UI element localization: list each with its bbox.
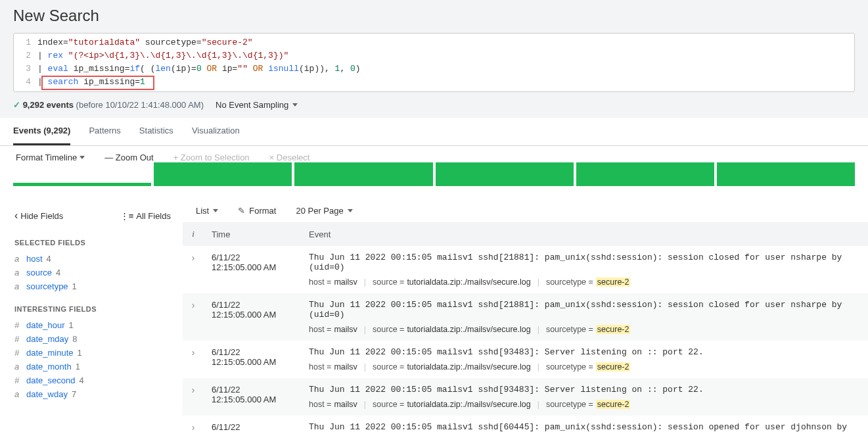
events-table: i Time Event ›6/11/2212:15:05.000 AMThu …	[183, 222, 868, 432]
event-time: 12:15:05.000 AM	[212, 357, 293, 367]
meta-sourcetype[interactable]: sourcetype = secure-2	[546, 325, 631, 334]
event-date: 6/11/22	[212, 300, 293, 310]
field-host[interactable]: ahost4	[14, 252, 171, 266]
field-count-label: 1	[76, 362, 80, 372]
meta-sourcetype[interactable]: sourcetype = secure-2	[546, 400, 631, 409]
tab-events[interactable]: Events (9,292)	[13, 118, 70, 145]
list-icon: ⋮≡	[120, 211, 134, 221]
field-name-label: date_hour	[26, 320, 65, 330]
field-date_wday[interactable]: adate_wday7	[14, 387, 171, 401]
field-name-label: date_second	[26, 375, 75, 385]
field-count-label: 4	[79, 375, 83, 385]
fields-sidebar: Hide Fields ⋮≡ All Fields SELECTED FIELD…	[0, 199, 183, 432]
field-name-label: date_month	[26, 362, 72, 372]
event-sampling-dropdown[interactable]: No Event Sampling	[216, 100, 298, 110]
field-type-icon: a	[14, 281, 22, 291]
field-date_mday[interactable]: #date_mday8	[14, 332, 171, 346]
event-meta: host = mailsv|source = tutorialdata.zip:…	[309, 277, 860, 287]
event-timeline[interactable]	[0, 169, 868, 199]
zoom-out-button[interactable]: — Zoom Out	[104, 153, 153, 162]
event-time: 12:15:05.000 AM	[212, 262, 293, 272]
col-info[interactable]: i	[183, 222, 204, 246]
field-name-label: host	[26, 254, 43, 264]
pencil-icon	[238, 206, 245, 216]
format-timeline-dropdown[interactable]: Format Timeline	[16, 153, 85, 162]
meta-sourcetype[interactable]: sourcetype = secure-2	[546, 362, 631, 372]
list-mode-dropdown[interactable]: List	[196, 206, 218, 216]
code-line[interactable]: | rex "(?<ip>\d{1,3}\.\d{1,3}\.\d{1,3}\.…	[37, 49, 288, 62]
line-number: 3	[16, 62, 37, 76]
timeline-bucket[interactable]	[717, 169, 855, 186]
event-date: 6/11/22	[212, 385, 293, 395]
event-meta: host = mailsv|source = tutorialdata.zip:…	[309, 362, 860, 372]
event-meta: host = mailsv|source = tutorialdata.zip:…	[309, 400, 860, 409]
table-row: ›6/11/2212:15:05.000 AMThu Jun 11 2022 0…	[183, 293, 868, 341]
hide-fields-button[interactable]: Hide Fields	[14, 210, 63, 222]
line-number: 1	[16, 36, 37, 49]
table-row: ›6/11/2212:15:05.000 AMThu Jun 11 2022 0…	[183, 416, 868, 432]
tab-patterns[interactable]: Patterns	[89, 118, 120, 145]
event-date: 6/11/22	[212, 422, 293, 432]
event-raw[interactable]: Thu Jun 11 2022 00:15:05 mailsv1 sshd[21…	[309, 300, 860, 320]
col-time[interactable]: Time	[204, 222, 301, 246]
expand-row-icon[interactable]: ›	[192, 300, 195, 310]
chevron-down-icon	[292, 103, 298, 107]
meta-host[interactable]: host = mailsv	[309, 400, 357, 409]
job-status: ✓ 9,292 events (before 10/10/22 1:41:48.…	[13, 100, 204, 110]
field-sourcetype[interactable]: asourcetype1	[14, 279, 171, 293]
code-line[interactable]: | search ip_missing=1	[37, 76, 145, 89]
tab-visualization[interactable]: Visualization	[192, 118, 240, 145]
field-name-label: date_wday	[26, 389, 68, 399]
event-raw[interactable]: Thu Jun 11 2022 00:15:05 mailsv1 sshd[60…	[309, 422, 860, 432]
selected-fields-heading: SELECTED FIELDS	[14, 239, 171, 247]
field-date_month[interactable]: adate_month1	[14, 360, 171, 373]
expand-row-icon[interactable]: ›	[192, 385, 195, 395]
field-type-icon: #	[14, 320, 22, 330]
col-event: Event	[301, 222, 868, 246]
meta-source[interactable]: source = tutorialdata.zip:./mailsv/secur…	[373, 400, 531, 409]
per-page-dropdown[interactable]: 20 Per Page	[296, 206, 352, 216]
timeline-bucket[interactable]	[294, 169, 432, 186]
timeline-bucket[interactable]	[436, 169, 574, 186]
all-fields-button[interactable]: ⋮≡ All Fields	[120, 211, 171, 221]
meta-sourcetype[interactable]: sourcetype = secure-2	[546, 277, 631, 287]
field-count-label: 8	[72, 334, 77, 344]
meta-source[interactable]: source = tutorialdata.zip:./mailsv/secur…	[373, 325, 531, 334]
tab-statistics[interactable]: Statistics	[139, 118, 173, 145]
field-date_second[interactable]: #date_second4	[14, 373, 171, 387]
field-count-label: 1	[72, 281, 77, 291]
field-source[interactable]: asource4	[14, 266, 171, 279]
meta-source[interactable]: source = tutorialdata.zip:./mailsv/secur…	[373, 362, 531, 372]
search-editor[interactable]: 1index="tutorialdata" sourcetype="secure…	[13, 33, 855, 92]
event-raw[interactable]: Thu Jun 11 2022 00:15:05 mailsv1 sshd[93…	[309, 385, 860, 395]
field-count-label: 4	[47, 254, 51, 264]
code-line[interactable]: index="tutorialdata" sourcetype="secure-…	[37, 36, 253, 49]
event-raw[interactable]: Thu Jun 11 2022 00:15:05 mailsv1 sshd[21…	[309, 252, 860, 272]
check-icon: ✓	[13, 100, 20, 110]
meta-host[interactable]: host = mailsv	[309, 325, 357, 334]
field-count-label: 1	[69, 320, 74, 330]
field-type-icon: a	[14, 389, 22, 399]
meta-host[interactable]: host = mailsv	[309, 277, 357, 287]
page-title: New Search	[13, 4, 855, 33]
chevron-down-icon	[80, 156, 85, 159]
expand-row-icon[interactable]: ›	[192, 252, 195, 263]
expand-row-icon[interactable]: ›	[192, 422, 195, 432]
meta-source[interactable]: source = tutorialdata.zip:./mailsv/secur…	[373, 277, 531, 287]
format-events-button[interactable]: Format	[238, 206, 276, 216]
timeline-bucket[interactable]	[154, 169, 292, 186]
timeline-bucket[interactable]	[576, 169, 714, 186]
field-type-icon: a	[14, 362, 22, 372]
expand-row-icon[interactable]: ›	[192, 347, 195, 358]
meta-host[interactable]: host = mailsv	[309, 362, 357, 372]
timeline-bucket[interactable]	[13, 169, 151, 186]
field-date_minute[interactable]: #date_minute1	[14, 346, 171, 360]
interesting-fields-heading: INTERESTING FIELDS	[14, 305, 171, 313]
field-name-label: date_mday	[26, 334, 68, 344]
code-line[interactable]: | eval ip_missing=if( (len(ip)=0 OR ip="…	[37, 62, 361, 76]
field-name-label: source	[26, 268, 52, 277]
event-raw[interactable]: Thu Jun 11 2022 00:15:05 mailsv1 sshd[93…	[309, 347, 860, 357]
line-number: 4	[16, 76, 37, 89]
chevron-left-icon	[14, 210, 18, 222]
field-date_hour[interactable]: #date_hour1	[14, 318, 171, 332]
